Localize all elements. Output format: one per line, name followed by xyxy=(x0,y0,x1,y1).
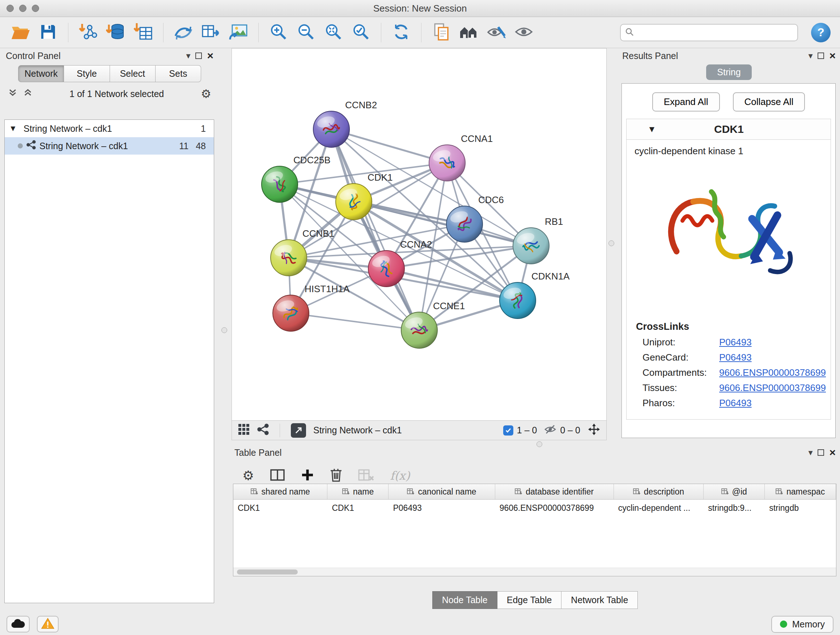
network-node-HIST1H1A[interactable] xyxy=(273,295,309,331)
network-options-gear-icon[interactable]: ⚙ xyxy=(201,88,211,100)
network-row[interactable]: String Network – cdk1 11 48 xyxy=(5,137,214,155)
close-window-button[interactable] xyxy=(6,5,14,12)
zoom-in-button[interactable] xyxy=(267,21,290,44)
detach-view-button[interactable] xyxy=(291,423,306,438)
panel-menu-icon[interactable]: ▾ xyxy=(808,448,813,458)
export-image-button[interactable] xyxy=(227,21,249,44)
network-collection-row[interactable]: ▼ String Network – cdk1 1 xyxy=(5,120,214,137)
table-row[interactable]: CDK1CDK1P064939606.ENSP00000378699cyclin… xyxy=(233,500,836,516)
splitter-handle[interactable] xyxy=(608,241,614,246)
import-network-from-file-button[interactable] xyxy=(77,21,99,44)
section-collapse-icon[interactable]: ▼ xyxy=(647,124,656,134)
close-panel-icon[interactable]: × xyxy=(207,50,213,61)
tree-expand-icon[interactable]: ▼ xyxy=(9,124,20,133)
tab-network-table[interactable]: Network Table xyxy=(561,591,638,609)
help-button[interactable]: ? xyxy=(811,23,831,42)
cloud-status-button[interactable] xyxy=(6,616,30,632)
string-view-icon[interactable] xyxy=(257,424,269,437)
selected-checkbox-icon[interactable] xyxy=(503,425,513,435)
splitter-handle[interactable] xyxy=(537,441,542,447)
table-cell[interactable]: stringdb:9... xyxy=(704,500,765,516)
column-header-1[interactable]: name xyxy=(327,484,388,499)
network-node-CDC6[interactable] xyxy=(447,206,483,242)
birds-eye-view-icon[interactable] xyxy=(238,423,250,438)
tab-network[interactable]: Network xyxy=(18,65,64,82)
crosslink-link[interactable]: 9606.ENSP00000378699 xyxy=(719,367,826,378)
expand-all-button[interactable]: Expand All xyxy=(652,92,720,111)
show-hide-button[interactable] xyxy=(513,21,535,44)
network-node-CCNB2[interactable] xyxy=(313,111,349,147)
table-cell[interactable]: CDK1 xyxy=(233,500,327,516)
zoom-fit-button[interactable] xyxy=(322,21,345,44)
horizontal-scrollbar-thumb[interactable] xyxy=(237,570,298,575)
horizontal-scrollbar-track[interactable] xyxy=(233,568,836,576)
hidden-eye-slash-icon[interactable] xyxy=(544,424,556,437)
collapse-all-networks-icon[interactable] xyxy=(23,88,33,100)
clone-network-button[interactable] xyxy=(430,21,453,44)
tab-select[interactable]: Select xyxy=(110,65,156,82)
crosslink-link[interactable]: 9606.ENSP00000378699 xyxy=(719,382,826,394)
crosslink-link[interactable]: P06493 xyxy=(719,397,752,409)
panel-menu-icon[interactable]: ▾ xyxy=(808,51,813,61)
network-node-RB1[interactable] xyxy=(513,228,549,264)
tab-node-table[interactable]: Node Table xyxy=(432,591,497,609)
float-panel-icon[interactable] xyxy=(818,449,824,456)
new-network-button[interactable] xyxy=(172,21,195,44)
network-canvas[interactable]: CCNB2CCNA1CDC25BCDK1CDC6RB1CCNB1CCNA2CDK… xyxy=(232,49,606,420)
tab-edge-table[interactable]: Edge Table xyxy=(497,591,562,609)
column-header-0[interactable]: shared name xyxy=(233,484,327,499)
splitter-handle[interactable] xyxy=(221,327,227,333)
expand-all-networks-icon[interactable] xyxy=(8,88,17,100)
network-node-CDK1[interactable] xyxy=(336,184,372,220)
network-from-table-button[interactable] xyxy=(200,21,222,44)
apply-layout-button[interactable] xyxy=(390,21,412,44)
network-node-CCNA2[interactable] xyxy=(368,250,404,287)
table-cell[interactable]: CDK1 xyxy=(327,500,388,516)
delete-column-icon[interactable] xyxy=(330,468,342,484)
open-session-button[interactable] xyxy=(9,21,32,44)
float-panel-icon[interactable] xyxy=(195,52,202,59)
memory-button[interactable]: Memory xyxy=(771,616,834,633)
panel-menu-icon[interactable]: ▾ xyxy=(186,51,190,61)
minimize-window-button[interactable] xyxy=(19,5,27,12)
table-cell[interactable]: stringdb xyxy=(765,500,836,516)
results-tab-string[interactable]: String xyxy=(706,65,752,80)
zoom-window-button[interactable] xyxy=(32,5,39,12)
network-node-CDKN1A[interactable] xyxy=(500,282,536,318)
search-box[interactable] xyxy=(620,24,798,41)
column-header-5[interactable]: @id xyxy=(704,484,765,499)
zoom-out-button[interactable] xyxy=(295,21,317,44)
import-table-button[interactable] xyxy=(132,21,155,44)
network-overview-button[interactable] xyxy=(458,21,480,44)
tab-sets[interactable]: Sets xyxy=(156,65,201,82)
pan-mode-icon[interactable] xyxy=(587,423,600,438)
network-node-CCNA1[interactable] xyxy=(429,145,465,181)
network-node-CDC25B[interactable] xyxy=(262,166,298,203)
collapse-all-button[interactable]: Collapse All xyxy=(733,92,805,111)
zoom-selected-button[interactable] xyxy=(350,21,372,44)
table-cell[interactable]: P06493 xyxy=(388,500,495,516)
search-input[interactable] xyxy=(638,27,793,38)
float-panel-icon[interactable] xyxy=(818,52,824,59)
tab-style[interactable]: Style xyxy=(64,65,110,82)
save-session-button[interactable] xyxy=(37,21,59,44)
import-network-from-database-button[interactable] xyxy=(104,21,127,44)
show-columns-icon[interactable] xyxy=(270,468,285,483)
warnings-button[interactable] xyxy=(37,616,58,632)
toggle-graphics-details-button[interactable] xyxy=(485,21,508,44)
close-panel-icon[interactable]: × xyxy=(829,50,836,61)
network-node-CCNB1[interactable] xyxy=(271,240,307,276)
column-header-2[interactable]: canonical name xyxy=(388,484,495,499)
close-panel-icon[interactable]: × xyxy=(829,447,836,458)
create-column-icon[interactable] xyxy=(301,469,314,483)
crosslink-link[interactable]: P06493 xyxy=(719,352,752,363)
table-cell[interactable]: cyclin-dependent ... xyxy=(614,500,704,516)
network-node-CCNE1[interactable] xyxy=(401,312,437,348)
column-header-6[interactable]: namespac xyxy=(765,484,836,499)
column-header-4[interactable]: description xyxy=(614,484,704,499)
table-cell[interactable]: 9606.ENSP00000378699 xyxy=(495,500,614,516)
crosslink-link[interactable]: P06493 xyxy=(719,337,752,348)
table-options-gear-icon[interactable]: ⚙ xyxy=(242,469,254,482)
column-header-3[interactable]: database identifier xyxy=(495,484,614,499)
gene-section-header[interactable]: ▼ CDK1 xyxy=(627,119,831,140)
